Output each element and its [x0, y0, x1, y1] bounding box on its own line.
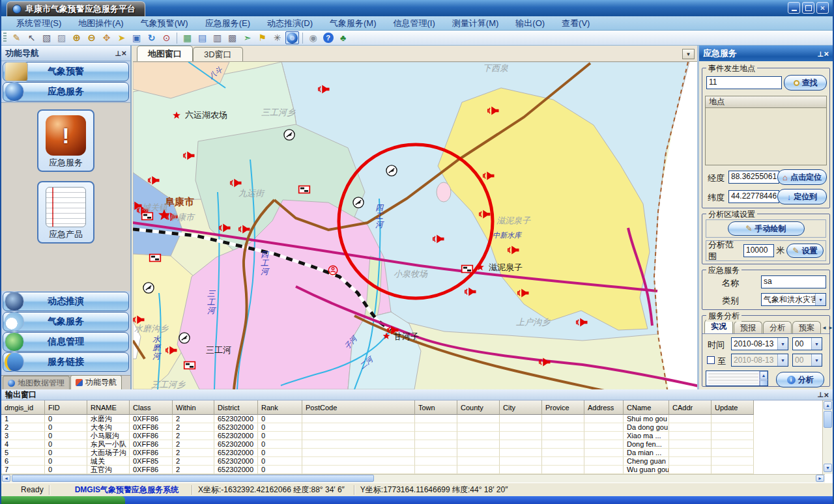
column-header[interactable]: County	[457, 400, 500, 415]
close-panel-icon[interactable]	[824, 390, 829, 400]
search-button[interactable]: 查找	[784, 75, 827, 91]
element-listbox[interactable]: 降水空气温度 ▲	[706, 371, 768, 386]
element-item[interactable]: 降水	[706, 385, 768, 386]
tab-scroll-right-icon[interactable]: ►	[828, 325, 833, 331]
menu-item-4[interactable]: 应急服务(E)	[197, 18, 259, 29]
flag-pin-icon[interactable]: ⚑	[255, 31, 269, 44]
bottom-tab-map-data[interactable]: 地图数据管理	[3, 376, 70, 389]
range-input[interactable]: 10000	[743, 244, 774, 257]
analysis-tab-预案[interactable]: 预案	[792, 321, 821, 333]
sidebar-item-emergency-globe[interactable]: 应急服务	[3, 82, 129, 102]
map-canvas[interactable]: 六运湖农场三工河乡下西泉九运街阜康市城关镇阜康市滋泥泉子中新水库滋泥泉子小泉牧场…	[133, 62, 699, 389]
emergency-product-button[interactable]: 应急产品	[37, 181, 94, 244]
set-button[interactable]: 设置	[786, 244, 824, 258]
sidebar-item-dynamic-deduction[interactable]: 动态推演	[3, 292, 129, 311]
monitor-station-icon[interactable]	[353, 197, 364, 208]
plot-icon[interactable]: ♣	[336, 31, 350, 44]
manual-draw-button[interactable]: 手动绘制	[728, 221, 805, 236]
bottom-tab-function-nav[interactable]: 功能导航	[70, 375, 122, 389]
emergency-alert-button[interactable]: 应急服务	[37, 109, 94, 172]
pan-icon[interactable]: ✥	[100, 31, 113, 44]
column-header[interactable]: Class	[130, 400, 173, 415]
menu-item-8[interactable]: 测量计算(M)	[444, 18, 508, 29]
signal-flag-icon[interactable]	[462, 265, 473, 272]
close-button[interactable]	[816, 2, 829, 14]
column-header[interactable]: RNAME	[87, 400, 130, 415]
listbox-scrollbar[interactable]: ▲	[759, 371, 768, 385]
column-header[interactable]: Town	[415, 400, 457, 415]
longitude-input[interactable]: 88.36255061	[728, 171, 779, 184]
minimize-button[interactable]	[788, 2, 800, 14]
close-panel-icon[interactable]	[824, 49, 829, 59]
latitude-input[interactable]: 44.22778446	[728, 190, 779, 203]
table-row[interactable]: 40东风一小队0XFF8626523020000Dong fen...	[1, 440, 825, 449]
print-setup-icon[interactable]: ▩	[225, 31, 239, 44]
column-header[interactable]: FID	[45, 400, 87, 415]
swipe-icon[interactable]: ◉	[306, 31, 320, 44]
analysis-tab-预报[interactable]: 预报	[734, 321, 762, 333]
help-icon[interactable]: ?	[321, 31, 335, 44]
signal-flag-icon[interactable]	[299, 186, 310, 193]
click-locate-button[interactable]: 点击定位	[777, 169, 827, 185]
full-extent-icon[interactable]: ▣	[130, 31, 143, 44]
goto-button[interactable]: 定位到	[777, 189, 827, 204]
measure-icon[interactable]: ✎	[10, 31, 23, 44]
table-vscrollbar[interactable]: ▲ ▼	[822, 400, 833, 474]
table-hscrollbar[interactable]: ◄ ►	[1, 474, 825, 483]
zoom-ratio-icon[interactable]: ⊙	[160, 31, 173, 44]
pointer-icon[interactable]: ➤	[115, 31, 128, 44]
column-header[interactable]: Rank	[258, 400, 302, 415]
column-header[interactable]: Update	[712, 400, 754, 415]
table-row[interactable]: 70五官沟0XFF8626523020000Wu guan gou	[1, 466, 825, 474]
column-header[interactable]: Provice	[542, 400, 584, 415]
signal-flag-icon[interactable]	[150, 254, 161, 261]
column-header[interactable]: City	[500, 400, 542, 415]
analysis-tab-分析[interactable]: 分析	[763, 321, 792, 333]
close-panel-icon[interactable]	[121, 48, 126, 58]
place-list[interactable]	[705, 108, 827, 165]
date-select[interactable]: 2010-08-13▼	[731, 337, 788, 350]
table-row[interactable]: 30小马厩沟0XFF8626523020000Xiao ma ...	[1, 432, 825, 440]
menu-item-5[interactable]: 动态推演(D)	[259, 18, 321, 29]
pin-icon[interactable]	[817, 390, 824, 399]
menu-item-2[interactable]: 地图操作(A)	[70, 18, 132, 29]
restore-button[interactable]	[802, 2, 814, 14]
snapshot-icon[interactable]: ▤	[195, 31, 209, 44]
select-area-icon[interactable]: ▧	[40, 31, 53, 44]
monitor-station-icon[interactable]	[284, 130, 295, 140]
column-header[interactable]: Within	[173, 400, 214, 415]
sidebar-item-weather-service[interactable]: 气象服务	[3, 312, 129, 331]
menu-item-3[interactable]: 气象预警(W)	[132, 18, 197, 29]
analyze-button[interactable]: i 分析	[776, 372, 824, 387]
signal-flag-icon[interactable]	[142, 212, 153, 219]
to-checkbox[interactable]	[707, 356, 715, 364]
pin-icon[interactable]	[115, 48, 121, 58]
column-header[interactable]: PostCode	[302, 400, 415, 415]
table-row[interactable]: 50大面场子沟0XFF8626523020000Da mian ...	[1, 449, 825, 457]
select-icon[interactable]: ↖	[25, 31, 38, 44]
column-header[interactable]: dmgis_id	[1, 400, 45, 415]
pin-icon[interactable]	[817, 49, 824, 59]
menu-item-6[interactable]: 气象服务(M)	[321, 18, 385, 29]
zoom-in-icon[interactable]: ⊕	[70, 31, 83, 44]
column-header[interactable]: District	[214, 400, 258, 415]
location-search-input[interactable]: 11	[706, 76, 782, 89]
map-image-icon[interactable]: ▦	[180, 31, 194, 44]
name-input[interactable]: sa	[761, 275, 826, 288]
zoom-out-icon[interactable]: ⊖	[85, 31, 98, 44]
tab-map-window[interactable]: 地图窗口	[137, 46, 193, 61]
column-header[interactable]: Address	[584, 400, 624, 415]
hour-select[interactable]: 00▼	[792, 337, 822, 350]
menu-item-7[interactable]: 信息管理(I)	[385, 18, 444, 29]
menu-item-9[interactable]: 输出(O)	[507, 18, 553, 29]
table-row[interactable]: 10水磨沟0XFF8626523020000Shui mo gou	[1, 415, 825, 423]
map-tab-dropdown[interactable]: ▼	[682, 49, 695, 59]
sidebar-item-info-management[interactable]: 信息管理	[3, 332, 129, 352]
print-icon[interactable]: ▥	[210, 31, 224, 44]
tab-3d-window[interactable]: 3D窗口	[193, 47, 243, 61]
clear-selection-icon[interactable]: ▨	[55, 31, 68, 44]
refresh-icon[interactable]: ↻	[145, 31, 158, 44]
signal-flag-icon[interactable]	[184, 361, 195, 369]
output-table[interactable]: dmgis_idFIDRNAMEClassWithinDistrictRankP…	[1, 400, 825, 474]
table-row[interactable]: 20大冬沟0XFF8626523020000Da dong gou	[1, 423, 825, 432]
